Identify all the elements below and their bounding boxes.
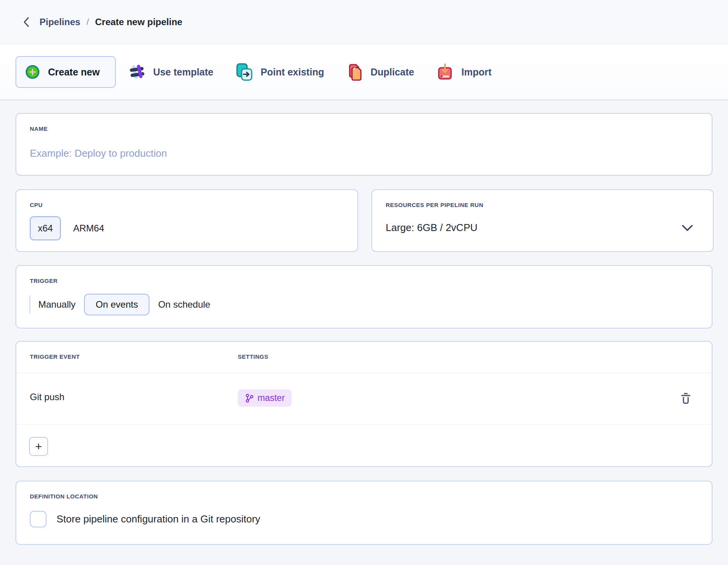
breadcrumb-separator: / — [86, 17, 89, 27]
duplicate-icon — [346, 62, 364, 82]
tab-point-existing[interactable]: Point existing — [235, 62, 324, 82]
tab-create-new[interactable]: Create new — [15, 56, 116, 88]
tab-duplicate[interactable]: Duplicate — [346, 62, 414, 82]
trigger-options: Manually On events On schedule — [29, 294, 218, 315]
definition-location-row: Store pipeline configuration in a Git re… — [30, 511, 260, 527]
name-section: NAME — [15, 113, 713, 176]
store-config-checkbox[interactable] — [30, 511, 46, 527]
tab-label: Duplicate — [371, 67, 414, 78]
cpu-options: x64 ARM64 — [30, 216, 108, 240]
trigger-label: TRIGGER — [30, 277, 58, 284]
column-header-settings: SETTINGS — [238, 353, 268, 360]
tab-label: Import — [461, 67, 491, 78]
definition-location-label: DEFINITION LOCATION — [30, 493, 98, 500]
resources-label: RESOURCES PER PIPELINE RUN — [386, 202, 483, 208]
trigger-option-on-events[interactable]: On events — [84, 294, 149, 315]
trash-icon — [680, 392, 692, 406]
git-branch-icon — [245, 393, 254, 403]
cpu-label: CPU — [30, 202, 43, 208]
resources-selected-value: Large: 6GB / 2vCPU — [386, 222, 477, 234]
import-icon — [436, 62, 454, 82]
breadcrumb: Pipelines / Create new pipeline — [0, 0, 728, 44]
definition-location-section: DEFINITION LOCATION Store pipeline confi… — [15, 481, 713, 545]
tab-import[interactable]: Import — [436, 62, 491, 82]
trigger-event-name: Git push — [30, 392, 64, 402]
page-title: Create new pipeline — [95, 17, 182, 27]
back-button[interactable] — [19, 14, 34, 30]
name-label: NAME — [30, 125, 48, 132]
cpu-option-x64[interactable]: x64 — [30, 216, 61, 240]
tab-label: Create new — [48, 67, 100, 78]
cpu-option-arm64[interactable]: ARM64 — [69, 217, 108, 239]
branch-badge[interactable]: master — [238, 389, 292, 407]
trigger-option-manually[interactable]: Manually — [31, 294, 83, 315]
tab-label: Point existing — [261, 67, 324, 78]
delete-row-button[interactable] — [677, 390, 694, 407]
tab-use-template[interactable]: Use template — [128, 63, 213, 81]
plus-circle-icon — [25, 64, 40, 80]
table-row[interactable]: Git push master — [16, 373, 712, 424]
chevron-down-icon — [681, 224, 694, 232]
point-existing-icon — [235, 62, 254, 82]
table-divider — [16, 424, 712, 425]
resources-select[interactable]: RESOURCES PER PIPELINE RUN Large: 6GB / … — [371, 189, 714, 252]
template-hash-icon — [128, 63, 146, 81]
trigger-events-table: TRIGGER EVENT SETTINGS Git push master — [15, 341, 713, 467]
add-trigger-event-button[interactable]: + — [29, 437, 48, 456]
column-header-trigger-event: TRIGGER EVENT — [30, 353, 80, 360]
trigger-section: TRIGGER Manually On events On schedule — [15, 265, 713, 329]
cpu-section: CPU x64 ARM64 — [15, 189, 358, 252]
store-config-checkbox-label[interactable]: Store pipeline configuration in a Git re… — [57, 513, 260, 525]
pipeline-source-tabs: Create new Use template Point existing — [0, 45, 728, 100]
branch-badge-label: master — [258, 393, 285, 403]
breadcrumb-pipelines-link[interactable]: Pipelines — [39, 17, 80, 27]
tab-label: Use template — [153, 67, 213, 78]
trigger-option-on-schedule[interactable]: On schedule — [150, 294, 218, 315]
pipeline-name-input[interactable] — [30, 142, 696, 165]
create-pipeline-page: Pipelines / Create new pipeline Create n… — [0, 0, 728, 565]
chevron-left-icon — [22, 16, 31, 28]
